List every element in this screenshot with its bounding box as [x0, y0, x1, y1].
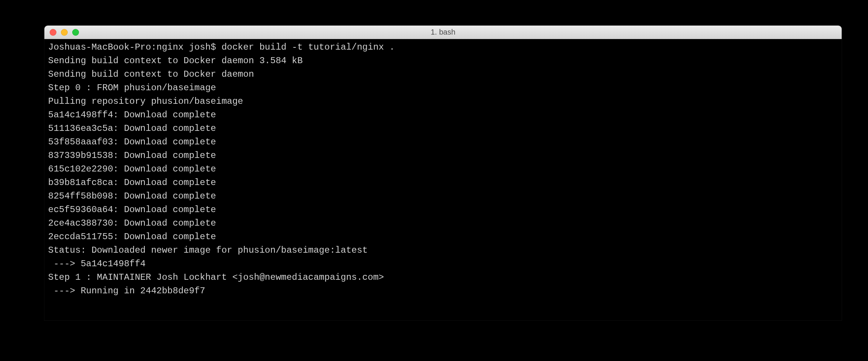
output-line: 2eccda511755: Download complete: [48, 230, 838, 244]
terminal-body[interactable]: Joshuas-MacBook-Pro:nginx josh$ docker b…: [44, 39, 842, 320]
output-line: Sending build context to Docker daemon: [48, 68, 838, 81]
output-line: Step 1 : MAINTAINER Josh Lockhart <josh@…: [48, 271, 838, 284]
output-line: Pulling repository phusion/baseimage: [48, 95, 838, 108]
output-line: 8254ff58b098: Download complete: [48, 190, 838, 203]
command-text: docker build -t tutorial/nginx .: [222, 42, 395, 52]
output-line: 615c102e2290: Download complete: [48, 162, 838, 176]
output-line: Status: Downloaded newer image for phusi…: [48, 244, 838, 257]
output-line: 2ce4ac388730: Download complete: [48, 217, 838, 230]
output-line: 837339b91538: Download complete: [48, 149, 838, 162]
window-title: 1. bash: [44, 28, 842, 36]
output-line: 5a14c1498ff4: Download complete: [48, 108, 838, 122]
output-line: b39b81afc8ca: Download complete: [48, 176, 838, 190]
minimize-icon[interactable]: [61, 29, 68, 36]
output-line: ---> 5a14c1498ff4: [48, 257, 838, 271]
prompt-line: Joshuas-MacBook-Pro:nginx josh$ docker b…: [48, 41, 838, 54]
terminal-window: 1. bash Joshuas-MacBook-Pro:nginx josh$ …: [44, 26, 842, 320]
prompt-text: Joshuas-MacBook-Pro:nginx josh$: [48, 42, 222, 52]
output-line: Sending build context to Docker daemon 3…: [48, 54, 838, 68]
traffic-lights: [50, 29, 79, 36]
output-line: 53f858aaaf03: Download complete: [48, 135, 838, 149]
output-line: ---> Running in 2442bb8de9f7: [48, 284, 838, 298]
output-line: Step 0 : FROM phusion/baseimage: [48, 81, 838, 95]
zoom-icon[interactable]: [72, 29, 79, 36]
title-bar[interactable]: 1. bash: [44, 26, 842, 39]
output-line: 511136ea3c5a: Download complete: [48, 122, 838, 135]
output-line: ec5f59360a64: Download complete: [48, 203, 838, 217]
close-icon[interactable]: [50, 29, 56, 36]
